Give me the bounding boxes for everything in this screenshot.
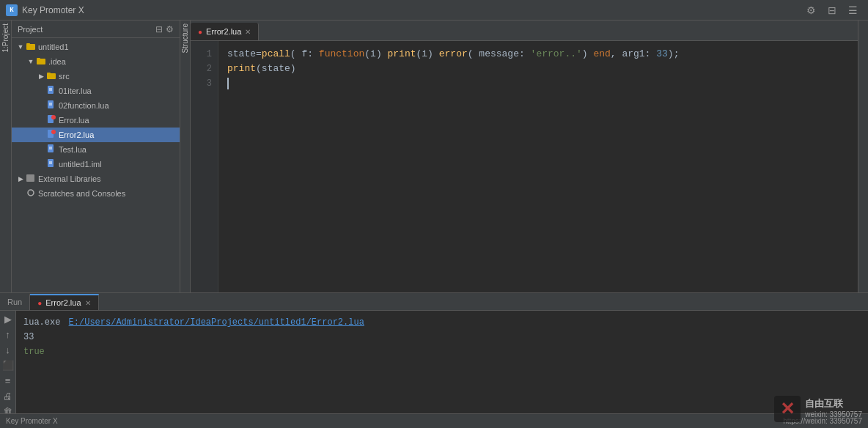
line-number: 2 [191,62,212,76]
output-33: 33 [23,330,34,344]
menu-btn[interactable]: ☰ [844,3,862,18]
watermark-text-block: 自由互联 weixin: 33950757 [805,398,862,420]
tree-item-label: Test.lua [59,145,87,154]
code-token: ) [582,47,594,62]
tree-item[interactable]: ▼.idea [12,54,180,69]
console-actions: ▶ ↑ ↓ ⬛ ≡ 🖨 🗑 [0,311,16,413]
svg-rect-5 [47,73,51,74]
code-token: ( [256,62,262,76]
print-btn[interactable]: 🖨 [1,391,15,402]
svg-point-23 [28,190,34,196]
app-title: Key Promoter X [22,5,84,15]
tree-item[interactable]: untitled1.iml [12,157,180,171]
tree-arrow: ▼ [16,43,25,51]
tree-item[interactable]: 01iter.lua [12,84,180,98]
svg-rect-2 [37,59,45,64]
code-token: (i) [364,47,387,62]
run-tab[interactable]: Run [0,294,30,310]
watermark: ✕ 自由互联 weixin: 33950757 [774,396,862,422]
svg-point-15 [51,130,56,134]
tree-item-label: untitled1 [38,43,69,51]
trash-btn[interactable]: 🗑 [1,406,15,413]
svg-rect-22 [26,174,34,182]
run-tab-indicator: ● [37,299,42,307]
tree-icon [45,86,57,96]
tree-icon [45,159,57,169]
tree-item[interactable]: Scratches and Consoles [12,186,180,201]
svg-rect-4 [47,73,56,79]
code-area[interactable]: state=pcall( f: function(i) print(i) err… [218,41,858,292]
code-token: end [593,47,610,62]
watermark-x-icon: ✕ [780,399,795,419]
clear-btn[interactable]: ≡ [1,375,15,386]
bottom-content: ▶ ↑ ↓ ⬛ ≡ 🖨 🗑 lua.exe E:/Users/Administr… [0,311,868,413]
project-label[interactable]: 1:Project [1,23,10,52]
settings-small-btn[interactable]: ⚙ [166,24,174,34]
editor-area: ● Error2.lua ✕ 123 state=pcall( f: funct… [191,21,858,292]
tree-icon [25,174,37,184]
code-token: state [227,47,256,62]
console-output: lua.exe E:/Users/Administrator/IdeaProje… [16,311,868,413]
settings-btn[interactable]: ⚙ [802,3,820,18]
project-tree: ▼untitled1▼.idea▶src01iter.lua02function… [12,38,180,292]
file-path-link[interactable]: E:/Users/Administrator/IdeaProjects/unti… [69,315,364,330]
code-token: pcall [262,47,290,62]
tree-item[interactable]: 02function.lua [12,98,180,113]
console-line-33: 33 [23,330,861,344]
tree-item[interactable]: Error.lua [12,113,180,128]
tree-item[interactable]: ▶External Libraries [12,171,180,186]
split-btn[interactable]: ⊟ [823,3,841,18]
code-line: print(state) [227,62,849,76]
console-line-true: true [23,344,861,359]
tree-arrow: ▼ [26,58,35,65]
code-token: print [227,62,256,76]
code-line [227,76,849,91]
tree-icon [45,71,57,81]
tree-item-label: 01iter.lua [59,86,92,95]
tree-item-label: 02function.lua [59,101,109,110]
bottom-panel: Run ● Error2.lua ✕ ▶ ↑ ↓ ⬛ ≡ 🖨 🗑 lua.exe [0,292,868,413]
sidebar-title: Project [18,25,43,34]
tree-icon [25,42,37,52]
collapse-btn[interactable]: ⊟ [155,24,163,34]
tree-arrow: ▶ [37,73,45,80]
tree-item-label: Scratches and Consoles [38,189,125,198]
up-btn[interactable]: ↑ [1,329,15,340]
tree-item[interactable]: Test.lua [12,142,180,157]
error2lua-run-tab[interactable]: ● Error2.lua ✕ [30,294,98,310]
title-bar-actions: ⚙ ⊟ ☰ [802,3,862,18]
run-tab-close[interactable]: ✕ [85,299,91,307]
tab-close-btn[interactable]: ✕ [245,28,251,36]
tree-item[interactable]: ▶src [12,69,180,84]
svg-rect-1 [26,43,30,45]
tree-item[interactable]: Error2.lua [12,128,180,142]
structure-label[interactable]: Structure [181,23,189,54]
tab-error2lua[interactable]: ● Error2.lua ✕ [191,23,259,40]
editor-tab-bar: ● Error2.lua ✕ [191,21,858,41]
sidebar-header: Project ⊟ ⚙ [12,21,180,38]
tree-item-label: untitled1.iml [59,160,102,169]
output-true: true [23,344,45,359]
down-btn[interactable]: ↓ [1,344,15,355]
tab-label: Error2.lua [206,27,241,36]
code-token: state [262,62,290,76]
tree-icon [45,130,57,140]
watermark-line2: weixin: 33950757 [805,409,862,420]
code-token: ( f: [290,47,319,62]
tree-arrow: ▶ [16,175,25,182]
code-token: 33 [656,47,668,62]
tree-icon [25,188,37,199]
line-number: 1 [191,47,212,62]
sidebar: Project ⊟ ⚙ ▼untitled1▼.idea▶src01iter.l… [12,21,180,292]
tree-item[interactable]: ▼untitled1 [12,40,180,54]
tab-file-indicator: ● [198,28,202,36]
code-token: ) [290,62,296,76]
tree-item-label: Error.lua [59,116,89,125]
sidebar-header-actions: ⊟ ⚙ [155,24,174,34]
lua-exe-label: lua.exe [23,315,66,330]
play-btn[interactable]: ▶ [1,314,15,325]
main-area: 1:Project Project ⊟ ⚙ ▼untitled1▼.idea▶s… [0,21,868,292]
stop-btn[interactable]: ⬛ [1,360,15,371]
far-right-panel [858,21,868,292]
cursor [227,78,229,89]
